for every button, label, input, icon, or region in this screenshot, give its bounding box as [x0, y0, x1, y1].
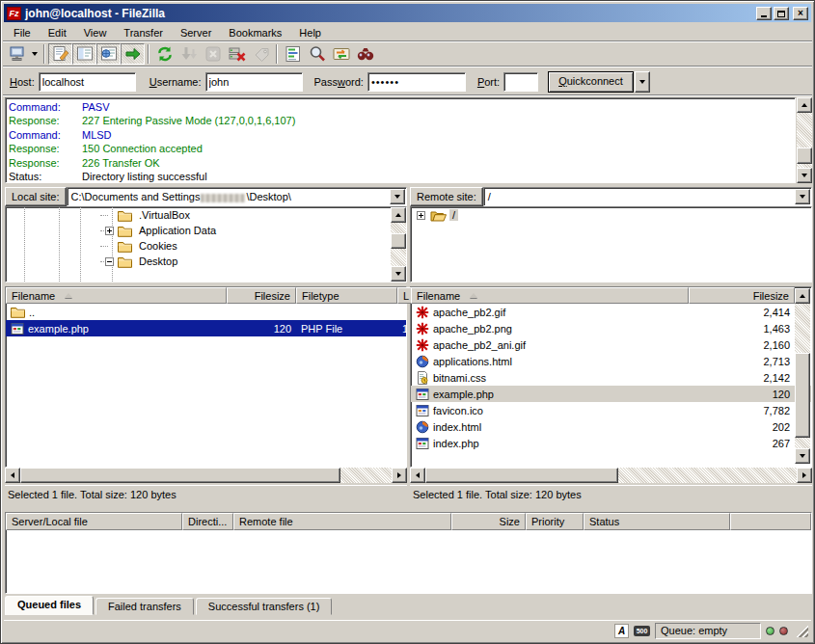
directory-filters-button[interactable] — [281, 43, 305, 65]
scroll-up-button[interactable] — [391, 207, 406, 223]
tab-successful-transfers-[interactable]: Successful transfers (1) — [196, 598, 333, 615]
file-row[interactable]: bitnami.css2,142 — [411, 369, 811, 386]
menu-item-view[interactable]: View — [75, 25, 116, 40]
log-line: Command:PASV — [9, 100, 792, 114]
file-row[interactable]: apache_pb2_ani.gif2,160 — [411, 336, 811, 353]
username-input[interactable] — [205, 72, 303, 92]
title-bar[interactable]: Fz john@localhost - FileZilla × — [4, 4, 811, 22]
local-site-pane: Local site: C:\Documents and Settings\De… — [5, 187, 407, 282]
file-html-icon — [416, 420, 429, 434]
file-row[interactable]: index.html202 — [411, 418, 811, 435]
quickconnect-button[interactable]: Quickconnect — [548, 71, 634, 93]
column-header-filetype[interactable]: Filetype — [296, 287, 397, 304]
scroll-down-button[interactable] — [795, 448, 810, 464]
tree-item[interactable]: .VirtualBox — [6, 207, 406, 223]
data-sent-led — [766, 627, 774, 635]
message-log-scrollbar[interactable] — [797, 97, 812, 183]
toggle-message-log-button[interactable] — [48, 43, 72, 65]
file-cell-filename: index.html — [411, 420, 689, 434]
menu-item-edit[interactable]: Edit — [40, 25, 75, 40]
menu-item-transfer[interactable]: Transfer — [115, 25, 172, 40]
file-row[interactable]: example.php120 — [411, 386, 811, 402]
port-input[interactable] — [503, 72, 538, 92]
close-button[interactable]: × — [793, 7, 808, 20]
remote-list-hscrollbar[interactable] — [410, 468, 812, 483]
queue-column-priority[interactable]: Priority — [526, 513, 584, 530]
file-cell-filesize: 2,142 — [689, 372, 795, 384]
toggle-local-tree-button[interactable] — [72, 43, 96, 65]
scroll-right-button[interactable] — [797, 468, 812, 483]
maximize-button[interactable] — [774, 7, 789, 20]
expand-icon[interactable] — [417, 211, 425, 220]
site-manager-dropdown-button[interactable] — [29, 43, 41, 65]
tree-item[interactable]: Desktop — [6, 254, 406, 269]
log-line: Response:150 Connection accepted — [9, 142, 792, 155]
queue-column-remotefile[interactable]: Remote file — [233, 513, 451, 530]
scroll-thumb[interactable] — [391, 233, 406, 249]
local-tree-scrollbar[interactable] — [391, 207, 406, 282]
file-row[interactable]: apache_pb2.gif2,414 — [411, 304, 811, 320]
host-input[interactable] — [39, 72, 136, 92]
local-path-dropdown-button[interactable] — [390, 189, 405, 204]
tree-item[interactable]: / — [411, 207, 811, 223]
queue-column-directi[interactable]: Directi... — [182, 513, 233, 530]
cancel-operation-button[interactable] — [201, 43, 225, 65]
queue-column-serverlocalfile[interactable]: Server/Local file — [6, 513, 182, 530]
local-list-hscrollbar[interactable] — [5, 468, 407, 483]
log-line: Command:MLSD — [9, 128, 792, 142]
menu-item-bookmarks[interactable]: Bookmarks — [220, 25, 290, 40]
file-row[interactable]: .. — [6, 304, 406, 320]
synchronized-browsing-button[interactable] — [329, 43, 353, 65]
tree-item[interactable]: Cookies — [6, 238, 406, 254]
file-row[interactable]: favicon.ico7,782 — [411, 402, 811, 418]
queue-column-status[interactable]: Status — [584, 513, 730, 530]
tab-failed-transfers[interactable]: Failed transfers — [95, 598, 194, 615]
scroll-thumb[interactable] — [795, 353, 810, 438]
transfer-type-icon[interactable]: A — [614, 624, 629, 638]
queue-column-size[interactable]: Size — [451, 513, 526, 530]
file-row[interactable]: index.php267 — [411, 435, 811, 451]
scroll-right-button[interactable] — [392, 468, 407, 483]
menu-item-server[interactable]: Server — [172, 25, 220, 40]
speed-limit-icon[interactable]: 500 — [634, 626, 650, 636]
scroll-thumb[interactable] — [20, 468, 340, 483]
file-row[interactable]: example.php120PHP File1 — [6, 320, 406, 336]
scroll-down-button[interactable] — [797, 168, 812, 183]
menu-item-help[interactable]: Help — [290, 25, 330, 40]
compare-directories-button[interactable] — [305, 43, 329, 65]
local-site-path-combo[interactable]: C:\Documents and Settings\Desktop\ — [67, 187, 407, 206]
scroll-thumb[interactable] — [797, 148, 812, 164]
scroll-left-button[interactable] — [410, 468, 425, 483]
expand-icon[interactable] — [105, 227, 114, 235]
remote-file-list: FilenameFilesize apache_pb2.gif2,414apac… — [410, 286, 812, 468]
toggle-remote-tree-button[interactable] — [96, 43, 121, 65]
column-header-filename[interactable]: Filename — [411, 287, 689, 304]
process-queue-button[interactable] — [177, 43, 201, 65]
collapse-icon[interactable] — [105, 257, 114, 266]
scroll-thumb[interactable] — [425, 468, 618, 483]
site-manager-button[interactable] — [5, 43, 29, 65]
column-header-filesize[interactable]: Filesize — [227, 287, 296, 304]
toggle-transfer-queue-button[interactable] — [121, 43, 145, 65]
quickconnect-dropdown-button[interactable] — [635, 71, 650, 93]
menu-item-file[interactable]: File — [5, 25, 40, 40]
reconnect-button[interactable] — [249, 43, 273, 65]
column-header-filename[interactable]: Filename — [6, 287, 227, 304]
scroll-down-button[interactable] — [391, 266, 406, 282]
file-row[interactable]: applications.html2,713 — [411, 353, 811, 369]
password-input[interactable] — [367, 72, 466, 92]
tree-item[interactable]: Application Data — [6, 223, 406, 238]
refresh-button[interactable] — [152, 43, 177, 65]
scroll-left-button[interactable] — [5, 468, 20, 483]
minimize-button[interactable] — [756, 7, 772, 20]
remote-site-path-combo[interactable]: / — [483, 187, 812, 206]
resize-grip[interactable] — [795, 624, 808, 637]
remote-path-dropdown-button[interactable] — [795, 189, 810, 204]
find-files-button[interactable] — [353, 43, 377, 65]
tab-queued-files[interactable]: Queued files — [5, 596, 94, 615]
column-header-filesize[interactable]: Filesize — [689, 287, 795, 304]
file-row[interactable]: apache_pb2.png1,463 — [411, 320, 811, 336]
remote-list-scrollbar[interactable] — [795, 288, 810, 464]
disconnect-button[interactable] — [225, 43, 249, 65]
scroll-up-button[interactable] — [797, 97, 812, 113]
